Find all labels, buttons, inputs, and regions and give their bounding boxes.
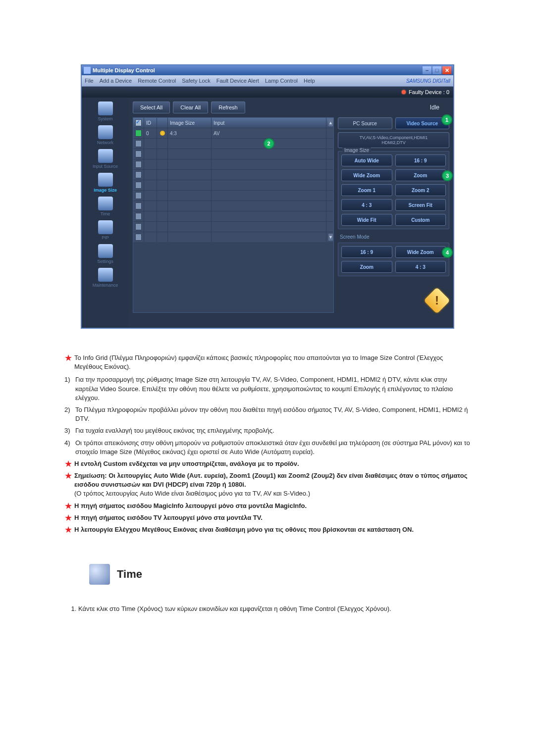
numbered-list: 1)Για την προσαρμογή της ρύθμισης Image … — [64, 375, 471, 456]
menu-remote-control[interactable]: Remote Control — [138, 78, 176, 84]
header-check[interactable] — [133, 118, 144, 128]
maximize-button[interactable]: □ — [432, 66, 441, 74]
badge-1-icon: 1 — [441, 114, 452, 125]
grid-row[interactable] — [133, 180, 333, 190]
image-size-icon — [98, 173, 113, 187]
article: ★ Το Info Grid (Πλέγμα Πληροφοριών) εμφα… — [64, 353, 471, 613]
menubar: File Add a Device Remote Control Safety … — [82, 75, 453, 87]
sm-4-3[interactable]: 4 : 3 — [395, 261, 446, 273]
header-input[interactable]: Input — [212, 118, 326, 128]
row-checkbox[interactable] — [135, 130, 142, 137]
grid-row[interactable] — [133, 169, 333, 180]
row-checkbox[interactable] — [135, 140, 142, 147]
window-title: Multiple Display Control — [93, 67, 422, 73]
scrollbar-up[interactable]: ▲ — [326, 118, 333, 128]
sidebar-item-system[interactable]: System — [86, 101, 125, 121]
grid-header: ID Image Size Input ▲ — [133, 118, 333, 128]
grid-row[interactable] — [133, 211, 333, 221]
sidebar: System Network Input Source Image Size T… — [82, 98, 129, 328]
opt-auto-wide[interactable]: Auto Wide — [341, 154, 392, 166]
source-note: TV,AV,S-Video,Component,HDMI1 HDMI2,DTV — [338, 132, 449, 148]
note-intro: Το Info Grid (Πλέγμα Πληροφοριών) εμφανί… — [74, 353, 471, 371]
sm-16-9[interactable]: 16 : 9 — [341, 246, 392, 258]
time-icon — [98, 197, 113, 210]
note-zoom-paren: (Ο τρόπος λειτουργίας Auto Wide είναι δι… — [74, 490, 310, 497]
sidebar-item-pip[interactable]: PIP — [86, 220, 125, 240]
network-icon — [98, 125, 113, 139]
row-checkbox[interactable] — [135, 151, 142, 157]
cell-input: AV — [212, 128, 326, 138]
cell-id: 0 — [144, 128, 157, 138]
badge-3-icon: 3 — [442, 170, 453, 181]
grid-row[interactable]: 2 — [133, 138, 333, 149]
menu-fault-alert[interactable]: Fault Device Alert — [216, 78, 259, 84]
sidebar-item-input-source[interactable]: Input Source — [86, 149, 125, 169]
sm-wide-zoom[interactable]: Wide Zoom — [395, 246, 446, 258]
screen-mode-legend: Screen Mode — [338, 234, 449, 240]
grid-row[interactable] — [133, 159, 333, 169]
star-icon: ★ — [64, 525, 74, 534]
opt-zoom[interactable]: Zoom — [395, 169, 446, 181]
row-checkbox[interactable] — [135, 234, 142, 241]
app-window: Multiple Display Control – □ ✕ File Add … — [81, 64, 454, 329]
sm-zoom[interactable]: Zoom — [341, 261, 392, 273]
menu-file[interactable]: File — [85, 78, 94, 84]
header-status[interactable] — [157, 118, 168, 128]
pc-source-tab[interactable]: PC Source — [338, 117, 392, 129]
screen-mode-group: 16 : 9 Wide Zoom 4 Zoom 4 : 3 — [338, 243, 449, 276]
minimize-button[interactable]: – — [423, 66, 431, 74]
pip-icon — [98, 220, 113, 234]
opt-wide-fit[interactable]: Wide Fit — [341, 214, 392, 226]
menu-safety-lock[interactable]: Safety Lock — [182, 78, 210, 84]
close-button[interactable]: ✕ — [442, 66, 451, 74]
header-image-size[interactable]: Image Size — [168, 118, 212, 128]
row-checkbox[interactable] — [135, 192, 142, 199]
opt-wide-zoom[interactable]: Wide Zoom — [341, 169, 392, 181]
row-checkbox[interactable] — [135, 213, 142, 220]
grid-row[interactable] — [133, 149, 333, 159]
scrollbar-down[interactable]: ▼ — [326, 232, 333, 242]
opt-4-3[interactable]: 4 : 3 — [341, 199, 392, 211]
note-on: Η λειτουργία Ελέγχου Μεγέθους Εικόνας εί… — [74, 525, 471, 534]
row-checkbox[interactable] — [135, 202, 142, 209]
system-icon — [98, 101, 113, 115]
opt-zoom2[interactable]: Zoom 2 — [395, 184, 446, 196]
image-size-legend: Image Size — [342, 148, 371, 153]
row-checkbox[interactable] — [135, 171, 142, 178]
row-checkbox[interactable] — [135, 182, 142, 189]
menu-add-device[interactable]: Add a Device — [100, 78, 132, 84]
note-magicinfo: Η πηγή σήματος εισόδου MagicInfo λειτουρ… — [74, 502, 471, 510]
grid-row[interactable] — [133, 190, 333, 201]
sidebar-item-maintenance[interactable]: Maintenance — [86, 268, 125, 288]
grid-row[interactable] — [133, 201, 333, 211]
star-icon: ★ — [64, 353, 74, 371]
menu-help[interactable]: Help — [304, 78, 315, 84]
note-4: Οι τρόποι απεικόνισης στην οθόνη μπορούν… — [75, 439, 471, 456]
info-grid: ID Image Size Input ▲ 0 4:3 — [133, 117, 334, 313]
sidebar-item-network[interactable]: Network — [86, 125, 125, 145]
fault-dot-icon — [402, 90, 406, 94]
time-item-1: Κάντε κλικ στο Time (Χρόνος) των κύριων … — [78, 605, 471, 613]
faulty-device-bar: Faulty Device : 0 — [82, 87, 453, 98]
row-checkbox[interactable] — [135, 223, 142, 230]
status-dot-icon — [160, 131, 165, 136]
opt-16-9[interactable]: 16 : 9 — [395, 154, 446, 166]
top-button-row: Select All Clear All Refresh Idle — [133, 101, 449, 113]
menu-lamp-control[interactable]: Lamp Control — [265, 78, 298, 84]
refresh-button[interactable]: Refresh — [211, 101, 245, 113]
grid-row[interactable]: ▼ — [133, 232, 333, 242]
sidebar-item-time[interactable]: Time — [86, 197, 125, 216]
clear-all-button[interactable]: Clear All — [173, 101, 208, 113]
star-icon: ★ — [64, 502, 74, 510]
opt-zoom1[interactable]: Zoom 1 — [341, 184, 392, 196]
opt-screen-fit[interactable]: Screen Fit — [395, 199, 446, 211]
grid-row[interactable] — [133, 221, 333, 232]
row-checkbox[interactable] — [135, 161, 142, 168]
header-id[interactable]: ID — [144, 118, 157, 128]
opt-custom[interactable]: Custom — [395, 214, 446, 226]
sidebar-item-image-size[interactable]: Image Size — [86, 173, 125, 193]
grid-row[interactable]: 0 4:3 AV — [133, 128, 333, 138]
section-time-title: Time — [117, 567, 142, 582]
select-all-button[interactable]: Select All — [133, 101, 170, 113]
sidebar-item-settings[interactable]: Settings — [86, 244, 125, 264]
